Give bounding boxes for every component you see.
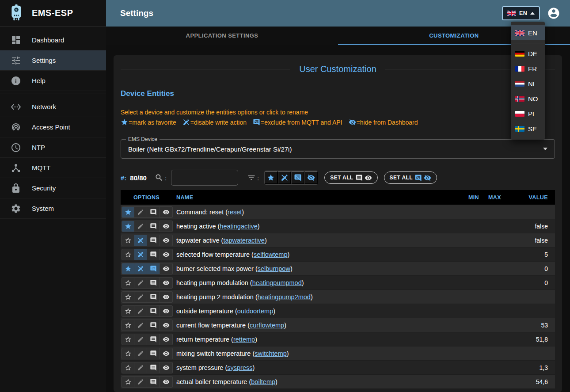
entity-name[interactable]: system pressure (syspress) [176, 364, 462, 371]
account-circle-icon[interactable] [547, 7, 560, 20]
favorite-toggle[interactable] [122, 291, 134, 303]
visibility-toggle[interactable] [160, 376, 173, 388]
visibility-toggle[interactable] [160, 277, 173, 289]
mqtt-exclude-toggle[interactable] [147, 348, 160, 359]
favorite-toggle[interactable] [122, 348, 134, 359]
visibility-toggle[interactable] [160, 291, 173, 303]
mqtt-exclude-toggle[interactable] [147, 221, 160, 232]
entity-name[interactable]: tapwater active (tapwateractive) [176, 237, 462, 244]
write-action-toggle[interactable] [134, 348, 147, 359]
language-option-fr[interactable]: FR [511, 61, 545, 76]
entity-name[interactable]: outside temperature (outdoortemp) [176, 308, 462, 315]
favorite-toggle[interactable] [122, 263, 134, 274]
write-action-toggle[interactable] [134, 235, 147, 246]
favorite-toggle[interactable] [122, 362, 134, 373]
filter-toggle-comment-off[interactable] [291, 171, 304, 184]
sidebar-item-settings[interactable]: Settings [0, 50, 106, 71]
favorite-toggle[interactable] [122, 277, 134, 289]
mqtt-exclude-toggle[interactable] [147, 376, 160, 388]
write-action-toggle[interactable] [134, 249, 147, 260]
entity-name[interactable]: selected flow temperature (selflowtemp) [176, 251, 462, 258]
write-action-toggle[interactable] [134, 221, 147, 232]
entity-id-link[interactable]: switchtemp [255, 350, 287, 357]
entity-id-link[interactable]: syspress [227, 364, 252, 371]
sidebar-item-help[interactable]: Help [0, 71, 106, 91]
entity-id-link[interactable]: heatingpump2mod [258, 293, 311, 301]
favorite-toggle[interactable] [122, 221, 134, 232]
visibility-toggle[interactable] [160, 235, 173, 246]
mqtt-exclude-toggle[interactable] [147, 235, 160, 246]
mqtt-exclude-toggle[interactable] [147, 249, 160, 260]
entity-name[interactable]: burner selected max power (selburnpow) [176, 265, 462, 272]
mqtt-exclude-toggle[interactable] [147, 263, 160, 274]
language-option-en[interactable]: EN [511, 25, 545, 40]
sidebar-item-network[interactable]: Network [0, 97, 106, 117]
search-input[interactable] [171, 170, 238, 186]
entity-id-link[interactable]: tapwateractive [223, 237, 265, 244]
write-action-toggle[interactable] [134, 334, 147, 345]
visibility-toggle[interactable] [160, 221, 173, 232]
write-action-toggle[interactable] [134, 362, 147, 373]
write-action-toggle[interactable] [134, 291, 147, 303]
visibility-toggle[interactable] [160, 362, 173, 373]
entity-id-link[interactable]: heatingactive [220, 223, 257, 230]
sidebar-item-access-point[interactable]: Access Point [0, 117, 106, 137]
visibility-toggle[interactable] [160, 305, 173, 317]
set-all-hide-button[interactable]: SET ALL [384, 171, 437, 184]
visibility-toggle[interactable] [160, 249, 173, 260]
write-action-toggle[interactable] [134, 376, 147, 388]
language-select-button[interactable]: EN [502, 6, 540, 20]
filter-toggle-star[interactable] [265, 171, 278, 184]
mqtt-exclude-toggle[interactable] [147, 206, 160, 218]
visibility-toggle[interactable] [160, 206, 173, 218]
visibility-toggle[interactable] [160, 348, 173, 359]
write-action-toggle[interactable] [134, 263, 147, 274]
entity-name[interactable]: current flow temperature (curflowtemp) [176, 322, 462, 329]
favorite-toggle[interactable] [122, 376, 134, 388]
language-option-nl[interactable]: NL [511, 76, 545, 91]
mqtt-exclude-toggle[interactable] [147, 320, 160, 331]
entity-id-link[interactable]: outdoortemp [237, 308, 273, 315]
favorite-toggle[interactable] [122, 305, 134, 317]
entity-id-link[interactable]: boiltemp [251, 378, 275, 385]
language-option-de[interactable]: DE [511, 46, 545, 61]
entity-id-link[interactable]: reset [228, 209, 242, 216]
sidebar-item-security[interactable]: Security [0, 178, 106, 198]
visibility-toggle[interactable] [160, 263, 173, 274]
mqtt-exclude-toggle[interactable] [147, 291, 160, 303]
filter-toggle-eye-off[interactable] [304, 171, 318, 184]
favorite-toggle[interactable] [122, 320, 134, 331]
language-option-se[interactable]: SE [511, 121, 545, 136]
write-action-toggle[interactable] [134, 320, 147, 331]
favorite-toggle[interactable] [122, 206, 134, 218]
mqtt-exclude-toggle[interactable] [147, 305, 160, 317]
sidebar-item-dashboard[interactable]: Dashboard [0, 30, 106, 50]
entity-id-link[interactable]: selflowtemp [254, 251, 288, 258]
sidebar-item-system[interactable]: System [0, 198, 106, 219]
write-action-toggle[interactable] [134, 277, 147, 289]
mqtt-exclude-toggle[interactable] [147, 334, 160, 345]
visibility-toggle[interactable] [160, 320, 173, 331]
entity-name[interactable]: Command: reset (reset) [176, 209, 462, 216]
entity-id-link[interactable]: rettemp [233, 336, 255, 343]
write-action-toggle[interactable] [134, 305, 147, 317]
language-option-no[interactable]: NO [511, 91, 545, 106]
entity-id-link[interactable]: curflowtemp [250, 322, 284, 329]
entity-id-link[interactable]: heatingpumpmod [252, 279, 302, 286]
favorite-toggle[interactable] [122, 249, 134, 260]
sidebar-item-mqtt[interactable]: MQTT [0, 158, 106, 178]
entity-name[interactable]: heating pump modulation (heatingpumpmod) [176, 279, 462, 286]
entity-name[interactable]: heating active (heatingactive) [176, 223, 462, 230]
sidebar-item-ntp[interactable]: NTP [0, 137, 106, 158]
mqtt-exclude-toggle[interactable] [147, 362, 160, 373]
write-action-toggle[interactable] [134, 206, 147, 218]
language-option-pl[interactable]: PL [511, 106, 545, 121]
entity-name[interactable]: actual boiler temperature (boiltemp) [176, 378, 462, 385]
entity-name[interactable]: mixing switch temperature (switchtemp) [176, 350, 462, 357]
filter-toggle-edit-off[interactable] [278, 171, 291, 184]
entity-name[interactable]: return temperature (rettemp) [176, 336, 462, 343]
entity-id-link[interactable]: selburnpow [258, 265, 290, 272]
entity-name[interactable]: heating pump 2 modulation (heatingpump2m… [176, 293, 462, 301]
favorite-toggle[interactable] [122, 334, 134, 345]
visibility-toggle[interactable] [160, 334, 173, 345]
